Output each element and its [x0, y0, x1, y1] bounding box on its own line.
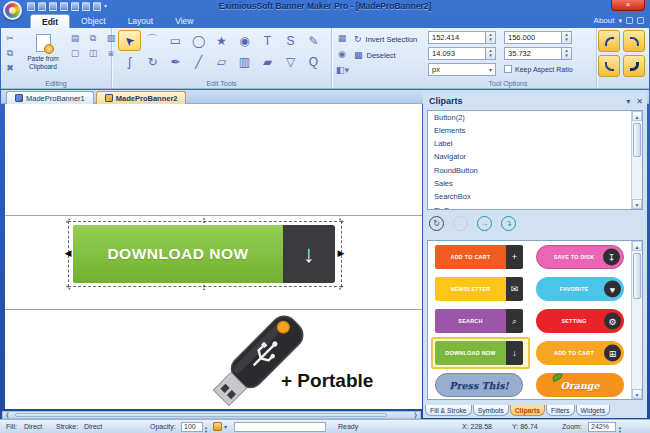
width-spinner[interactable]: ▲▼: [562, 31, 572, 44]
opacity-spinner[interactable]: ▲▼: [204, 423, 208, 433]
panel-tab-filters[interactable]: Filters: [546, 405, 575, 416]
rotate-tool[interactable]: ↻: [141, 51, 164, 72]
eraser-tool[interactable]: ▱: [210, 51, 233, 72]
selection-handle[interactable]: ↕: [199, 283, 209, 292]
clipart-category-searchbox[interactable]: SearchBox: [428, 191, 642, 204]
new-page-icon[interactable]: ▤: [69, 32, 81, 44]
clipart-item-press-this[interactable]: Press This!: [430, 369, 531, 400]
clipart-item-add-to-cart[interactable]: ADD TO CART+: [430, 241, 531, 273]
preview-scrollbar[interactable]: ▲ ▼: [631, 241, 642, 399]
scrollbar-thumb[interactable]: [15, 413, 387, 417]
crop-icon[interactable]: ▢: [69, 47, 81, 59]
clipart-category-navigator[interactable]: Navigator: [428, 151, 642, 164]
corner-round-br-button[interactable]: [623, 55, 645, 77]
select-dropdown-icon[interactable]: ◧▾: [336, 64, 348, 76]
insert-button[interactable]: ↴: [501, 216, 516, 231]
select-all-icon[interactable]: ▦: [336, 32, 348, 44]
help-icon[interactable]: [626, 17, 633, 24]
document-tab-madeprobanner2[interactable]: MadeProBanner2: [96, 91, 187, 104]
about-menu[interactable]: About: [594, 16, 615, 25]
scroll-up-icon[interactable]: ▲: [632, 111, 642, 121]
clipart-category-tipbox[interactable]: TipBox: [428, 204, 642, 210]
x-position-input[interactable]: [428, 31, 486, 44]
invert-selection-button[interactable]: ↻ Invert Selection: [354, 34, 417, 44]
curve-tool[interactable]: ʃ: [118, 51, 141, 72]
category-scrollbar[interactable]: ▲ ▼: [631, 111, 642, 209]
bezier-pen[interactable]: ⌒: [141, 30, 164, 51]
width-input[interactable]: [504, 31, 562, 44]
panel-tab-symbols[interactable]: Symbols: [473, 405, 509, 416]
script-tool[interactable]: S: [279, 30, 302, 51]
scroll-right-icon[interactable]: ❭: [413, 412, 418, 419]
zoom-field[interactable]: 242%: [588, 422, 616, 432]
text-tool[interactable]: T: [256, 30, 279, 51]
panel-menu-icon[interactable]: ▾: [626, 97, 630, 106]
keep-aspect-ratio-option[interactable]: Keep Aspect Ratio: [504, 65, 573, 73]
status-input[interactable]: [234, 422, 326, 432]
panel-tab-fill-stroke[interactable]: Fill & Stroke: [425, 405, 472, 416]
marker-tool[interactable]: ▰: [256, 51, 279, 72]
corner-round-bl-button[interactable]: [598, 55, 620, 77]
paste-from-clipboard-button[interactable]: Paste from Clipboard: [20, 31, 66, 81]
menu-tab-view[interactable]: View: [164, 14, 204, 28]
chevron-down-icon[interactable]: ▾: [224, 423, 227, 430]
clipart-category-sales[interactable]: Sales: [428, 177, 642, 190]
height-input[interactable]: [504, 47, 562, 60]
unit-select[interactable]: px ▾: [428, 63, 496, 76]
selection-handle[interactable]: ↕: [199, 216, 209, 225]
opacity-field[interactable]: 100: [181, 422, 203, 432]
pen-tool[interactable]: ✎: [302, 30, 325, 51]
magic-wand-tool[interactable]: Q: [302, 51, 325, 72]
star-tool[interactable]: ★: [210, 30, 233, 51]
scroll-left-icon[interactable]: ❬: [5, 412, 10, 419]
clipart-item-favorite[interactable]: FAVORITE♥: [531, 273, 632, 305]
panel-tab-widgets[interactable]: Widgets: [576, 405, 611, 416]
canvas-horizontal-scrollbar[interactable]: ❬ ❭: [2, 411, 421, 419]
clipart-category-elements[interactable]: Elements: [428, 124, 642, 137]
zoom-spinner[interactable]: ▲▼: [618, 423, 622, 433]
deselect-button[interactable]: ▩ Deselect: [354, 50, 417, 60]
window-style-icon[interactable]: [637, 17, 644, 24]
eyedropper-tool[interactable]: ╱: [187, 51, 210, 72]
menu-tab-layout[interactable]: Layout: [117, 14, 165, 28]
clipart-item-orange[interactable]: Orange: [531, 369, 632, 400]
cut-icon[interactable]: ✂: [4, 32, 16, 44]
gradient-tool[interactable]: ▥: [233, 51, 256, 72]
clipart-category-button-2[interactable]: Button(2): [428, 111, 642, 124]
flip-icon[interactable]: ◫: [87, 47, 99, 59]
panel-tab-cliparts[interactable]: Cliparts: [510, 405, 545, 416]
scroll-up-icon[interactable]: ▲: [632, 241, 642, 251]
scrollbar-thumb[interactable]: [633, 253, 641, 299]
selection-handle[interactable]: ▶: [336, 249, 346, 258]
rectangle-tool[interactable]: ▭: [164, 30, 187, 51]
close-button[interactable]: [611, 0, 645, 11]
clipart-category-roundbutton[interactable]: RoundButton: [428, 164, 642, 177]
fill-style-icon[interactable]: [213, 422, 222, 431]
menu-tab-object[interactable]: Object: [70, 14, 117, 28]
corner-round-tl-button[interactable]: [598, 30, 620, 52]
clipart-category-label[interactable]: Label: [428, 138, 642, 151]
canvas[interactable]: DOWNLOAD NOW ↓ ↕↕↕◀▶↕↕↕: [5, 104, 422, 409]
clipart-item-newsletter[interactable]: NEWSLETTER✉: [430, 273, 531, 305]
refresh-button[interactable]: ↻: [429, 216, 444, 231]
lasso-tool[interactable]: ▽: [279, 51, 302, 72]
menu-tab-edit[interactable]: Edit: [30, 14, 70, 28]
scroll-down-icon[interactable]: ▼: [632, 199, 642, 209]
copy-icon[interactable]: ⧉: [4, 47, 16, 59]
clipart-item-save-to-disk[interactable]: SAVE TO DISK↧: [531, 241, 632, 273]
sphere-tool[interactable]: ◉: [233, 30, 256, 51]
clipart-item-add-to-cart[interactable]: ADD TO CART⊞: [531, 337, 632, 369]
x-position-spinner[interactable]: ▲▼: [486, 31, 496, 44]
clipart-item-setting[interactable]: SETTING⚙: [531, 305, 632, 337]
height-spinner[interactable]: ▲▼: [562, 47, 572, 60]
chevron-down-icon[interactable]: [618, 16, 622, 25]
next-button[interactable]: →: [477, 216, 492, 231]
corner-round-tr-button[interactable]: [623, 30, 645, 52]
select-arrow[interactable]: ➤: [118, 30, 141, 51]
selection-handle[interactable]: ◀: [63, 249, 73, 258]
duplicate-icon[interactable]: ⧉: [87, 32, 99, 44]
ellipse-tool[interactable]: ◯: [187, 30, 210, 51]
y-position-spinner[interactable]: ▲▼: [486, 47, 496, 60]
node-edit-tool[interactable]: ✒: [164, 51, 187, 72]
delete-icon[interactable]: ✖: [4, 62, 16, 74]
